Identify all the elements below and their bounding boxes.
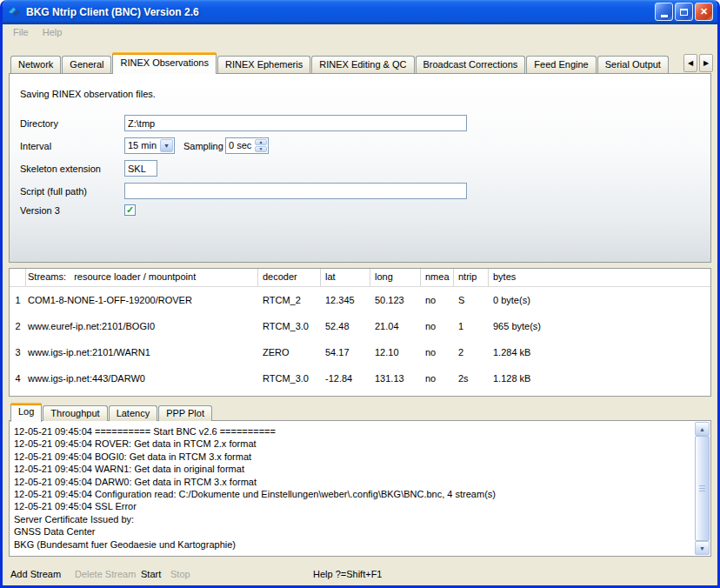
spin-down-icon: ▼ — [259, 147, 263, 151]
bnc-window: BKG Ntrip Client (BNC) Version 2.6 ✕ Fil… — [0, 0, 720, 588]
start-button[interactable]: Start — [141, 569, 161, 579]
spin-down-button[interactable]: ▼ — [255, 146, 267, 152]
close-icon: ✕ — [700, 7, 708, 17]
tab-rinex-observations[interactable]: RINEX Observations — [112, 52, 216, 74]
log-line: 12-05-21 09:45:04 ROVER: Get data in RTC… — [14, 438, 690, 450]
cell-nmea: no — [421, 321, 454, 331]
main-tabbar: Network General RINEX Observations RINEX… — [10, 52, 670, 73]
spin-up-button[interactable]: ▲ — [255, 139, 267, 145]
cell-lat: 52.48 — [321, 321, 370, 331]
cell-lat: 54.17 — [321, 347, 370, 357]
bottom-tabbar: Log Throughput Latency PPP Plot — [10, 403, 213, 421]
header-ntrip[interactable]: ntrip — [454, 269, 489, 286]
script-input[interactable] — [124, 183, 467, 199]
cell-lat: -12.84 — [321, 373, 370, 384]
header-lat[interactable]: lat — [321, 269, 370, 286]
cell-ntrip: 2 — [454, 347, 489, 357]
scroll-up-button[interactable]: ▲ — [695, 422, 710, 436]
log-line: 12-05-21 09:45:04 ========== Start BNC v… — [14, 425, 690, 438]
header-decoder[interactable]: decoder — [258, 269, 321, 286]
log-line: 12-05-21 09:45:04 SSL Error — [14, 500, 690, 512]
stream-row[interactable]: 3 www.igs-ip.net:2101/WARN1 ZERO 54.17 1… — [10, 339, 710, 365]
cell-ntrip: 1 — [454, 321, 489, 331]
cell-mountpoint: www.igs-ip.net:2101/WARN1 — [26, 347, 258, 357]
tab-broadcast-corrections[interactable]: Broadcast Corrections — [416, 56, 526, 73]
cell-lat: 12.345 — [321, 295, 370, 305]
tab-scroll-right-icon: ▶ — [703, 59, 709, 67]
tab-throughput[interactable]: Throughput — [43, 405, 107, 421]
window-title: BKG Ntrip Client (BNC) Version 2.6 — [26, 6, 199, 18]
cell-mountpoint: www.igs-ip.net:443/DARW0 — [26, 373, 258, 384]
tab-feed-engine[interactable]: Feed Engine — [526, 56, 596, 73]
close-button[interactable]: ✕ — [695, 3, 713, 21]
sampling-spinner[interactable]: 0 sec ▲ ▼ — [225, 137, 269, 154]
cell-mountpoint: COM1-8-NONE-1-OFF-19200/ROVER — [26, 295, 258, 305]
streams-table: Streams: resource loader / mountpoint de… — [9, 268, 711, 397]
sampling-label: Sampling — [183, 141, 223, 151]
tab-scroll-left-button[interactable]: ◀ — [683, 54, 697, 72]
directory-input[interactable] — [124, 115, 467, 131]
version3-label: Version 3 — [20, 205, 60, 216]
cell-long: 50.123 — [370, 295, 421, 305]
tab-log[interactable]: Log — [10, 403, 42, 422]
chevron-down-icon: ▼ — [163, 143, 170, 149]
tab-scroll-right-button[interactable]: ▶ — [699, 54, 713, 72]
log-line: GNSS Data Center — [14, 525, 690, 538]
scroll-down-button[interactable]: ▼ — [695, 541, 710, 555]
tab-general[interactable]: General — [62, 56, 111, 73]
cell-ntrip: 2s — [454, 373, 489, 384]
stream-row[interactable]: 1 COM1-8-NONE-1-OFF-19200/ROVER RTCM_2 1… — [10, 287, 710, 313]
cell-nmea: no — [421, 347, 454, 357]
skeleton-extension-input[interactable] — [124, 160, 157, 177]
log-scrollbar[interactable]: ▲ ▼ — [695, 422, 710, 555]
header-mountpoint[interactable]: Streams: resource loader / mountpoint — [26, 269, 258, 286]
tab-serial-output[interactable]: Serial Output — [597, 56, 669, 73]
delete-stream-button: Delete Stream — [75, 569, 136, 579]
cell-long: 12.10 — [370, 347, 421, 357]
app-logo-icon — [8, 5, 22, 19]
scroll-up-icon: ▲ — [699, 426, 705, 432]
row-number: 3 — [10, 347, 26, 357]
maximize-icon — [680, 9, 688, 16]
interval-label: Interval — [20, 141, 51, 151]
log-line: 12-05-21 09:45:04 DARW0: Get data in RTC… — [14, 476, 690, 488]
stream-row[interactable]: 4 www.igs-ip.net:443/DARW0 RTCM_3.0 -12.… — [10, 365, 710, 391]
row-number: 4 — [10, 373, 26, 384]
spin-up-icon: ▲ — [259, 140, 263, 144]
header-long[interactable]: long — [370, 269, 421, 286]
cell-decoder: RTCM_3.0 — [258, 373, 321, 384]
header-nmea[interactable]: nmea — [421, 269, 454, 286]
log-panel[interactable]: 12-05-21 09:45:04 ========== Start BNC v… — [9, 420, 711, 557]
scrollbar-thumb[interactable] — [695, 436, 710, 541]
titlebar[interactable]: BKG Ntrip Client (BNC) Version 2.6 ✕ — [3, 0, 717, 24]
menu-file[interactable]: File — [6, 27, 36, 37]
add-stream-button[interactable]: Add Stream — [10, 569, 61, 579]
interval-combobox[interactable]: 15 min ▼ — [124, 137, 175, 154]
cell-long: 131.13 — [370, 373, 421, 384]
script-label: Script (full path) — [20, 186, 87, 197]
stop-button: Stop — [170, 569, 190, 579]
stream-row[interactable]: 2 www.euref-ip.net:2101/BOGI0 RTCM_3.0 5… — [10, 313, 710, 339]
tab-rinex-editing-qc[interactable]: RINEX Editing & QC — [311, 56, 414, 73]
interval-dropdown-button[interactable]: ▼ — [160, 139, 173, 152]
log-line: Server Certificate Issued by: — [14, 513, 690, 525]
header-bytes[interactable]: bytes — [489, 269, 710, 286]
tab-rinex-ephemeris[interactable]: RINEX Ephemeris — [217, 56, 310, 73]
tab-ppp-plot[interactable]: PPP Plot — [158, 405, 212, 421]
streams-table-header: Streams: resource loader / mountpoint de… — [10, 269, 710, 287]
cell-decoder: RTCM_2 — [258, 295, 321, 305]
scroll-down-icon: ▼ — [699, 545, 705, 551]
tab-scroll-controls: ◀ ▶ — [682, 54, 713, 72]
window-controls: ✕ — [653, 3, 713, 21]
menu-help[interactable]: Help — [36, 27, 70, 37]
table-corner — [10, 269, 26, 286]
minimize-button[interactable] — [655, 3, 673, 21]
row-number: 2 — [10, 321, 26, 331]
cell-ntrip: S — [454, 295, 489, 305]
maximize-button[interactable] — [675, 3, 693, 21]
tab-network[interactable]: Network — [10, 56, 61, 73]
tab-latency[interactable]: Latency — [109, 405, 158, 421]
version3-checkbox[interactable]: ✓ — [124, 204, 136, 216]
cell-long: 21.04 — [370, 321, 421, 331]
cell-decoder: ZERO — [258, 347, 321, 357]
